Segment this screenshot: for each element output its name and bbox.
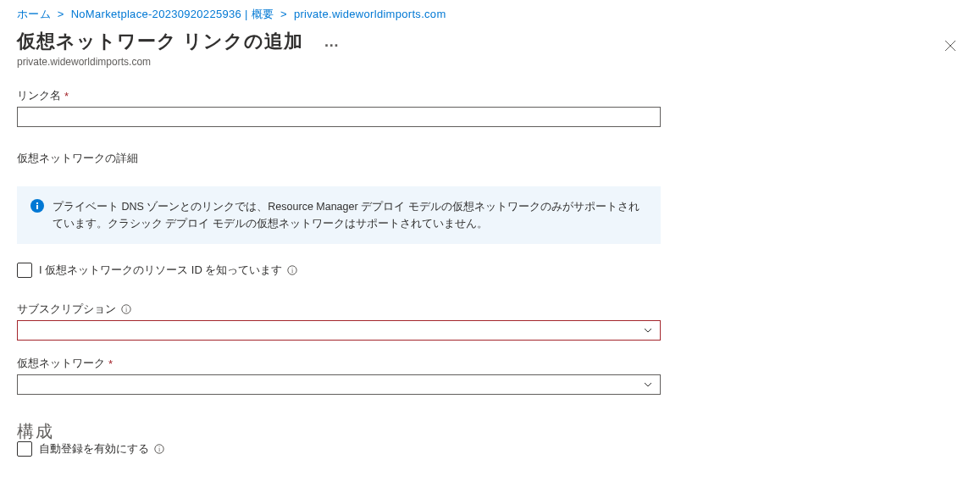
vnet-label: 仮想ネットワーク * xyxy=(17,356,661,371)
close-icon xyxy=(944,40,956,52)
link-name-input[interactable] xyxy=(17,107,661,127)
help-icon[interactable]: i xyxy=(121,304,131,314)
breadcrumb-home[interactable]: ホーム xyxy=(17,8,51,20)
know-resource-id-label-text: I 仮想ネットワークのリソース ID を知っています xyxy=(39,263,282,278)
svg-rect-4 xyxy=(36,202,38,204)
required-indicator: * xyxy=(108,357,113,370)
svg-text:i: i xyxy=(158,446,161,453)
close-button[interactable] xyxy=(938,32,963,61)
help-icon[interactable]: i xyxy=(287,265,297,275)
auto-registration-checkbox[interactable] xyxy=(17,441,32,457)
subscription-select[interactable] xyxy=(17,320,661,341)
link-name-label: リンク名 * xyxy=(17,88,661,103)
link-name-label-text: リンク名 xyxy=(17,88,61,103)
svg-text:i: i xyxy=(125,306,128,313)
svg-text:i: i xyxy=(291,267,294,274)
chevron-down-icon xyxy=(643,325,653,335)
vnet-select[interactable] xyxy=(17,374,661,395)
page-title: 仮想ネットワーク リンクの追加 … xyxy=(17,29,341,54)
info-icon xyxy=(30,199,44,213)
breadcrumb: ホーム > NoMarketplace-20230920225936 | 概要 … xyxy=(0,0,980,25)
auto-registration-label-text: 自動登録を有効にする xyxy=(39,441,149,457)
more-button[interactable]: … xyxy=(324,33,341,51)
page-subtitle: private.wideworldimports.com xyxy=(17,56,341,68)
vnet-label-text: 仮想ネットワーク xyxy=(17,356,105,371)
page-title-text: 仮想ネットワーク リンクの追加 xyxy=(17,29,303,54)
breadcrumb-sep: > xyxy=(280,8,287,20)
info-text: プライベート DNS ゾーンとのリンクでは、Resource Manager デ… xyxy=(53,198,647,232)
breadcrumb-item1[interactable]: NoMarketplace-20230920225936 | 概要 xyxy=(71,8,274,20)
vnet-details-label: 仮想ネットワークの詳細 xyxy=(17,151,661,166)
required-indicator: * xyxy=(64,90,69,102)
info-box: プライベート DNS ゾーンとのリンクでは、Resource Manager デ… xyxy=(17,186,661,244)
config-heading: 構成 xyxy=(17,420,661,443)
auto-registration-label: 自動登録を有効にする i xyxy=(39,441,164,457)
subscription-label: サブスクリプション i xyxy=(17,302,661,317)
breadcrumb-item2[interactable]: private.wideworldimports.com xyxy=(294,8,446,20)
subscription-label-text: サブスクリプション xyxy=(17,302,116,317)
chevron-down-icon xyxy=(643,379,653,390)
svg-rect-3 xyxy=(36,205,38,209)
know-resource-id-label: I 仮想ネットワークのリソース ID を知っています i xyxy=(39,263,297,278)
breadcrumb-sep: > xyxy=(58,8,64,20)
know-resource-id-checkbox[interactable] xyxy=(17,263,32,278)
help-icon[interactable]: i xyxy=(154,444,164,454)
